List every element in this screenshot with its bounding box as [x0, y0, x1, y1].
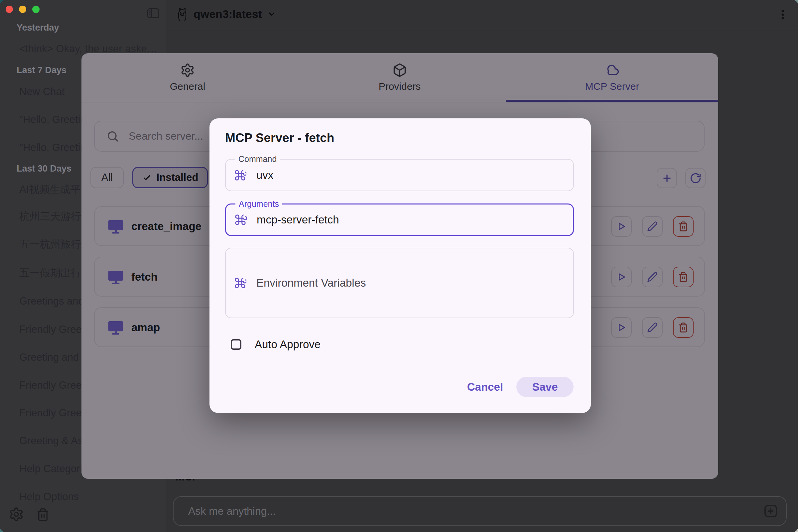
dialog-title: MCP Server - fetch — [225, 131, 334, 145]
server-name: fetch — [131, 271, 158, 283]
refresh-icon — [690, 172, 702, 184]
pencil-icon — [647, 221, 658, 232]
cancel-button[interactable]: Cancel — [467, 381, 503, 393]
attach-plus-icon[interactable] — [763, 503, 779, 519]
model-selector[interactable]: qwen3:latest — [175, 5, 277, 23]
cloud-icon — [604, 63, 620, 77]
filter-all-button[interactable]: All — [91, 167, 124, 188]
tab-providers-label: Providers — [379, 81, 421, 92]
llama-icon — [175, 5, 189, 23]
run-server-button[interactable] — [611, 216, 632, 237]
chat-input-placeholder: Ask me anything... — [188, 505, 276, 517]
edit-server-button[interactable] — [642, 267, 663, 287]
header-divider — [166, 28, 798, 29]
command-key-icon — [234, 213, 247, 226]
delete-server-button[interactable] — [673, 216, 694, 237]
tab-general[interactable]: General — [81, 53, 293, 102]
tab-providers[interactable]: Providers — [293, 53, 506, 102]
sidebar-section-header: Last 7 Days — [17, 63, 66, 77]
trash-icon — [678, 272, 689, 282]
arguments-value: mcp-server-fetch — [257, 213, 339, 226]
tab-general-label: General — [170, 81, 206, 92]
monitor-icon — [107, 217, 125, 235]
pencil-icon — [647, 272, 658, 282]
overflow-menu-icon[interactable] — [776, 7, 790, 22]
chevron-down-icon — [267, 9, 277, 19]
monitor-icon — [107, 268, 125, 286]
sidebar-section-header: Last 30 Days — [17, 162, 72, 175]
server-name: create_image — [131, 220, 202, 233]
model-name: qwen3:latest — [193, 8, 262, 21]
window-zoom-button[interactable] — [32, 6, 40, 13]
delete-server-button[interactable] — [673, 317, 694, 338]
sidebar-toggle-icon[interactable] — [147, 8, 159, 19]
trash-icon — [678, 221, 689, 232]
sidebar-item-new-chat[interactable]: New Chat — [19, 85, 64, 98]
sidebar-item[interactable]: Help Options — [19, 490, 79, 504]
environment-variables-placeholder: Environment Variables — [256, 277, 366, 289]
settings-gear-icon[interactable] — [8, 507, 24, 522]
refresh-servers-button[interactable] — [685, 168, 706, 188]
edit-server-button[interactable] — [642, 317, 663, 338]
desktop: Yesterday <think> Okay, the user aske… L… — [0, 0, 798, 532]
window-minimize-button[interactable] — [19, 6, 26, 13]
search-placeholder: Search server... — [129, 130, 203, 142]
monitor-icon — [107, 319, 125, 337]
filter-installed-label: Installed — [157, 172, 198, 184]
tabs-divider — [81, 102, 718, 102]
app-window: Yesterday <think> Okay, the user aske… L… — [0, 0, 798, 532]
pencil-icon — [647, 322, 658, 333]
check-icon — [142, 173, 152, 183]
sidebar-item[interactable]: 杭州三天游行程 — [19, 210, 92, 223]
window-close-button[interactable] — [6, 6, 13, 13]
search-icon — [106, 130, 119, 143]
gear-icon — [180, 63, 195, 77]
run-server-button[interactable] — [611, 267, 632, 287]
play-icon — [616, 322, 627, 333]
play-icon — [616, 221, 627, 232]
sidebar-item[interactable]: AI视频生成平台 — [19, 183, 91, 196]
mcp-server-edit-dialog: MCP Server - fetch Command uvx Arguments — [209, 118, 591, 413]
auto-approve-checkbox[interactable] — [231, 339, 241, 350]
chat-input[interactable]: Ask me anything... — [173, 496, 787, 526]
command-field[interactable]: Command uvx — [225, 159, 574, 191]
plus-icon — [661, 172, 673, 184]
delete-server-button[interactable] — [673, 267, 694, 287]
server-name: amap — [131, 321, 160, 334]
trash-icon — [678, 322, 689, 333]
trash-icon[interactable] — [36, 508, 50, 522]
filter-all-label: All — [101, 172, 113, 184]
command-key-icon — [234, 169, 246, 182]
auto-approve-label: Auto Approve — [255, 338, 321, 351]
arguments-field[interactable]: Arguments mcp-server-fetch — [225, 204, 574, 236]
command-key-icon — [234, 277, 246, 289]
add-server-button[interactable] — [657, 168, 677, 188]
sidebar-section-header: Yesterday — [17, 21, 59, 34]
save-button[interactable]: Save — [516, 377, 573, 397]
tab-mcp-server[interactable]: MCP Server — [506, 53, 718, 102]
dialog-actions: Cancel Save — [467, 377, 573, 397]
package-icon — [392, 63, 407, 77]
play-icon — [616, 272, 627, 282]
command-value: uvx — [256, 169, 273, 182]
edit-server-button[interactable] — [642, 216, 663, 237]
run-server-button[interactable] — [611, 317, 632, 338]
tab-mcp-server-label: MCP Server — [585, 81, 640, 92]
environment-variables-field[interactable]: Environment Variables — [225, 248, 574, 318]
filter-installed-button[interactable]: Installed — [132, 167, 208, 188]
